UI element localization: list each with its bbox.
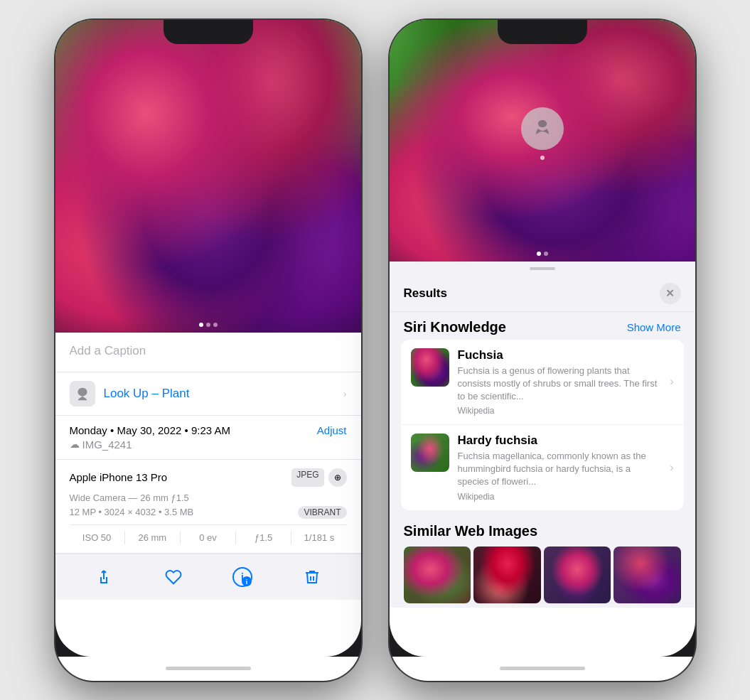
fuchsia-source: Wikipedia	[458, 406, 659, 416]
hardy-source: Wikipedia	[458, 492, 659, 502]
caption-area[interactable]: Add a Caption	[55, 333, 361, 372]
hardy-name: Hardy fuchsia	[458, 434, 659, 448]
exif-aperture: ƒ1.5	[236, 531, 291, 544]
location-icon: ⊕	[328, 468, 347, 487]
siri-knowledge-title: Siri Knowledge	[404, 319, 506, 335]
similar-section: Similar Web Images	[390, 516, 695, 608]
device-name: Apple iPhone 13 Pro	[70, 471, 168, 483]
photo-date: Monday • May 30, 2022 • 9:23 AM	[70, 424, 230, 436]
share-button[interactable]	[88, 561, 119, 593]
exif-mm: 26 mm	[125, 531, 181, 544]
fuchsia-description: Fuchsia is a genus of flowering plants t…	[458, 365, 659, 404]
results-title: Results	[404, 286, 447, 301]
knowledge-item-fuchsia[interactable]: Fuchsia Fuchsia is a genus of flowering …	[401, 340, 684, 426]
similar-image-3[interactable]	[544, 546, 611, 603]
fuchsia-thumbnail	[411, 348, 449, 387]
exif-iso: ISO 50	[70, 531, 125, 544]
results-header: Results ✕	[390, 273, 695, 312]
filter-badge: VIBRANT	[298, 506, 346, 519]
drag-indicator	[530, 267, 555, 270]
siri-knowledge-header: Siri Knowledge Show More	[390, 312, 695, 340]
like-button[interactable]	[158, 561, 189, 593]
lookup-icon	[70, 381, 95, 406]
info-button[interactable]: i i	[227, 561, 258, 593]
hardy-description: Fuchsia magellanica, commonly known as t…	[458, 450, 659, 489]
home-indicator-right	[390, 657, 695, 681]
photo-specs: 12 MP • 3024 × 4032 • 3.5 MB	[70, 507, 194, 517]
similar-image-1[interactable]	[404, 546, 471, 603]
phone-left: Add a Caption Look Up – Plant › Mon	[55, 20, 361, 681]
photo-filename: ☁ IMG_4241	[70, 438, 230, 451]
cloud-icon: ☁	[70, 438, 80, 450]
fuchsia-chevron: ›	[670, 375, 673, 388]
lookup-row[interactable]: Look Up – Plant ›	[55, 372, 361, 416]
metadata-section: Monday • May 30, 2022 • 9:23 AM ☁ IMG_42…	[55, 416, 361, 460]
camera-details: Wide Camera — 26 mm ƒ1.5	[70, 492, 347, 503]
exif-ev: 0 ev	[181, 531, 236, 544]
similar-image-4[interactable]	[614, 546, 681, 603]
knowledge-item-hardy[interactable]: Hardy fuchsia Fuchsia magellanica, commo…	[401, 425, 684, 510]
photo-image-left[interactable]	[55, 20, 361, 333]
photo-image-right	[390, 20, 695, 262]
fuchsia-content: Fuchsia Fuchsia is a genus of flowering …	[458, 348, 659, 416]
delete-button[interactable]	[296, 561, 328, 593]
adjust-button[interactable]: Adjust	[317, 424, 347, 436]
fuchsia-name: Fuchsia	[458, 348, 659, 362]
home-indicator	[55, 657, 361, 681]
similar-images-grid	[404, 546, 681, 603]
format-badge: JPEG	[291, 468, 323, 487]
lookup-chevron: ›	[343, 388, 347, 399]
hardy-content: Hardy fuchsia Fuchsia magellanica, commo…	[458, 434, 659, 502]
close-button[interactable]: ✕	[660, 283, 681, 304]
svg-text:i: i	[246, 578, 248, 586]
hardy-chevron: ›	[670, 461, 673, 474]
device-section: Apple iPhone 13 Pro JPEG ⊕ Wide Camera —…	[55, 460, 361, 554]
similar-image-2[interactable]	[473, 546, 541, 603]
siri-dot	[540, 156, 545, 160]
phone-right: Results ✕ Siri Knowledge Show More Fuchs…	[390, 20, 695, 681]
show-more-button[interactable]: Show More	[627, 321, 681, 333]
similar-title: Similar Web Images	[404, 523, 681, 539]
results-panel: Results ✕ Siri Knowledge Show More Fuchs…	[390, 262, 695, 608]
lookup-label: Look Up – Plant	[104, 387, 190, 401]
hardy-thumbnail	[411, 434, 449, 472]
caption-placeholder: Add a Caption	[70, 344, 146, 357]
exif-shutter: 1/181 s	[291, 531, 346, 544]
toolbar: i i	[55, 554, 361, 600]
knowledge-card: Fuchsia Fuchsia is a genus of flowering …	[401, 340, 684, 510]
siri-button[interactable]	[521, 107, 564, 150]
